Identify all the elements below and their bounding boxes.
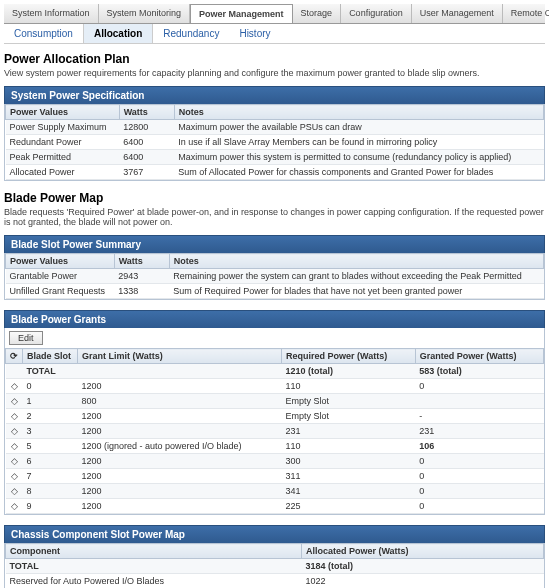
col-blade-slot: Blade Slot xyxy=(23,349,78,364)
tab-system-monitoring[interactable]: System Monitoring xyxy=(99,4,191,23)
sort-icon[interactable]: ◇ xyxy=(6,469,23,484)
sort-icon[interactable]: ◇ xyxy=(6,454,23,469)
tab-remote-control[interactable]: Remote Control xyxy=(503,4,549,23)
table-row: ◇812003410 xyxy=(6,484,544,499)
sort-icon[interactable]: ◇ xyxy=(6,409,23,424)
col-granted-power: Granted Power (Watts) xyxy=(415,349,543,364)
col-required-power: Required Power (Watts) xyxy=(282,349,416,364)
table-row-total: TOTAL3184 (total) xyxy=(6,559,544,574)
sub-tabs: Consumption Allocation Redundancy Histor… xyxy=(4,24,545,44)
table-row: Redundant Power6400In use if all Slave A… xyxy=(6,135,544,150)
blade-power-map-title: Blade Power Map xyxy=(4,191,545,205)
table-row: Allocated Power3767Sum of Allocated Powe… xyxy=(6,165,544,180)
sort-icon[interactable]: ◇ xyxy=(6,394,23,409)
col-power-values: Power Values xyxy=(6,254,115,269)
blade-slot-summary-table: Power Values Watts Notes Grantable Power… xyxy=(5,253,544,299)
tab-system-information[interactable]: System Information xyxy=(4,4,99,23)
blade-power-grants-header: Blade Power Grants xyxy=(4,310,545,328)
chassis-component-table: Component Allocated Power (Watts) TOTAL3… xyxy=(5,543,544,588)
table-row: ◇51200 (ignored - auto powered I/O blade… xyxy=(6,439,544,454)
tab-configuration[interactable]: Configuration xyxy=(341,4,412,23)
page-title: Power Allocation Plan xyxy=(4,52,545,66)
table-row: Peak Permitted6400Maximum power this sys… xyxy=(6,150,544,165)
table-row: ◇1800Empty Slot xyxy=(6,394,544,409)
chassis-component-header: Chassis Component Slot Power Map xyxy=(4,525,545,543)
sort-icon[interactable]: ◇ xyxy=(6,424,23,439)
table-row: Unfilled Grant Requests1338Sum of Requir… xyxy=(6,284,544,299)
table-row: ◇912002250 xyxy=(6,499,544,514)
sort-icon[interactable]: ◇ xyxy=(6,439,23,454)
table-row-total: TOTAL1210 (total)583 (total) xyxy=(6,364,544,379)
table-row: Power Supply Maximum12800Maximum power t… xyxy=(6,120,544,135)
subtab-redundancy[interactable]: Redundancy xyxy=(153,24,229,43)
blade-power-grants-table: ⟳ Blade Slot Grant Limit (Watts) Require… xyxy=(5,348,544,514)
table-row: ◇612003000 xyxy=(6,454,544,469)
sort-icon[interactable]: ◇ xyxy=(6,484,23,499)
tab-user-management[interactable]: User Management xyxy=(412,4,503,23)
subtab-consumption[interactable]: Consumption xyxy=(4,24,83,43)
col-power-values: Power Values xyxy=(6,105,120,120)
col-notes: Notes xyxy=(169,254,543,269)
col-notes: Notes xyxy=(174,105,543,120)
sort-icon[interactable]: ◇ xyxy=(6,379,23,394)
col-watts: Watts xyxy=(119,105,174,120)
edit-button[interactable]: Edit xyxy=(9,331,43,345)
system-power-spec-table: Power Values Watts Notes Power Supply Ma… xyxy=(5,104,544,180)
table-row: Reserved for Auto Powered I/O Blades1022 xyxy=(6,574,544,589)
blade-power-map-desc: Blade requests 'Required Power' at blade… xyxy=(4,207,545,227)
col-component: Component xyxy=(6,544,302,559)
table-row: ◇712003110 xyxy=(6,469,544,484)
table-row: ◇21200Empty Slot- xyxy=(6,409,544,424)
table-row: ◇31200231231 xyxy=(6,424,544,439)
subtab-allocation[interactable]: Allocation xyxy=(83,24,153,43)
table-row: Grantable Power2943Remaining power the s… xyxy=(6,269,544,284)
col-grant-limit: Grant Limit (Watts) xyxy=(78,349,282,364)
tab-storage[interactable]: Storage xyxy=(293,4,342,23)
tab-power-management[interactable]: Power Management xyxy=(190,4,293,23)
page-description: View system power requirements for capac… xyxy=(4,68,545,78)
system-power-spec-header: System Power Specification xyxy=(4,86,545,104)
table-row: ◇012001100 xyxy=(6,379,544,394)
col-allocated-power: Allocated Power (Watts) xyxy=(301,544,543,559)
subtab-history[interactable]: History xyxy=(229,24,280,43)
sort-icon[interactable]: ◇ xyxy=(6,499,23,514)
col-watts: Watts xyxy=(114,254,169,269)
col-icon[interactable]: ⟳ xyxy=(6,349,23,364)
blade-slot-summary-header: Blade Slot Power Summary xyxy=(4,235,545,253)
main-tabs: System Information System Monitoring Pow… xyxy=(4,4,545,24)
